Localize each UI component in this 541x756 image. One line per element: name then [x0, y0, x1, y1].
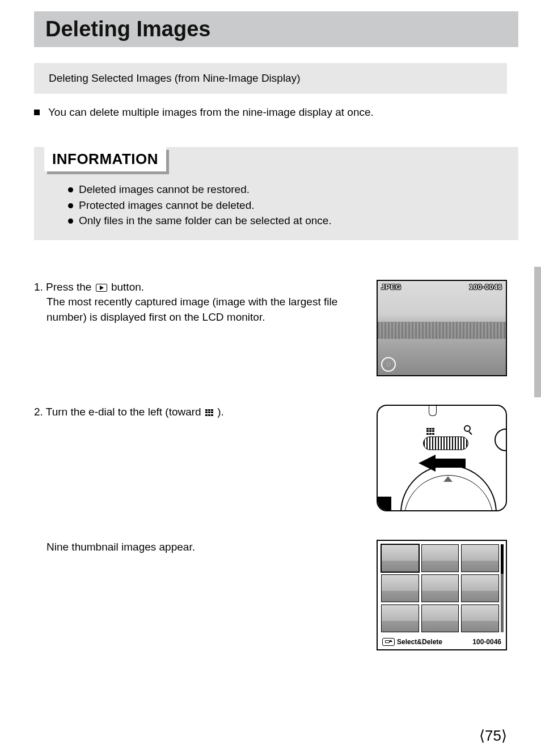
- bullet-icon: [68, 219, 73, 224]
- page-title: Deleting Images: [45, 17, 518, 41]
- thumbnail-cell: [461, 604, 499, 632]
- intro-text: You can delete multiple images from the …: [48, 106, 374, 118]
- thumbnail-cell: [381, 604, 419, 632]
- information-heading-wrap: INFORMATION: [44, 147, 166, 171]
- bullet-icon: [68, 187, 73, 192]
- intro-paragraph: You can delete multiple images from the …: [34, 106, 507, 119]
- e-dial-diagram: [377, 405, 507, 511]
- thumbnail-grid-icon: [426, 428, 434, 435]
- lcd-file-number: 100-0046: [469, 283, 502, 291]
- nine-file-number: 100-0046: [472, 638, 501, 646]
- thumbnail-cell: [421, 604, 459, 632]
- bracket-right-icon: ⟩: [501, 728, 507, 744]
- step-2b-detail: Nine thumbnail images appear.: [47, 540, 365, 555]
- diagram-thumbnail-icon: [425, 426, 436, 436]
- thumbnail-cell: [421, 574, 459, 602]
- select-delete-label: Select&Delete: [382, 638, 442, 646]
- magnifier-icon: [464, 425, 471, 432]
- information-block: INFORMATION Deleted images cannot be res…: [34, 147, 518, 240]
- e-dial-wheel: [423, 436, 468, 450]
- info-item: Deleted images cannot be restored.: [68, 182, 518, 198]
- info-item: Protected images cannot be deleted.: [68, 198, 518, 213]
- lcd-preview: JPEG 100-0046 ◎: [377, 280, 507, 376]
- information-heading: INFORMATION: [44, 147, 166, 171]
- square-bullet-icon: [34, 110, 40, 115]
- bullet-icon: [68, 203, 73, 208]
- step-2-text: 2. Turn the e-dial to the left (toward )…: [34, 405, 377, 420]
- trash-button-icon: [382, 638, 395, 646]
- lcd-overlay: JPEG 100-0046: [381, 283, 502, 291]
- steps-area: 1. Press the button. The most recently c…: [34, 280, 507, 650]
- thumbnail-cell-selected: [381, 544, 419, 572]
- step-2-figure: [377, 405, 507, 511]
- step-2: 2. Turn the e-dial to the left (toward )…: [34, 405, 507, 511]
- diagram-top-notch: [429, 405, 437, 416]
- thumbnail-cell: [461, 544, 499, 572]
- page-side-tab: [534, 267, 541, 397]
- diagram-corner: [377, 497, 391, 511]
- thumbnail-cell: [381, 574, 419, 602]
- step-2b-text: Nine thumbnail images appear.: [34, 540, 377, 555]
- thumbnail-scrollbar: [501, 544, 504, 632]
- page-number: ⟨75⟩: [479, 727, 507, 745]
- info-item: Only files in the same folder can be sel…: [68, 213, 518, 229]
- nine-image-display: Select&Delete 100-0046: [377, 540, 507, 650]
- triangle-marker-icon: [443, 476, 453, 482]
- step-1-text: 1. Press the button. The most recently c…: [34, 280, 377, 325]
- information-list: Deleted images cannot be restored. Prote…: [68, 182, 518, 229]
- page-title-bar: Deleting Images: [34, 11, 518, 47]
- manual-page: Deleting Images Deleting Selected Images…: [0, 11, 541, 756]
- bracket-left-icon: ⟨: [479, 728, 485, 744]
- thumbnail-grid: [381, 544, 499, 632]
- step-1-figure: JPEG 100-0046 ◎: [377, 280, 507, 376]
- step-2b-figure: Select&Delete 100-0046: [377, 540, 507, 650]
- step-1-detail: The most recently captured image (image …: [47, 295, 365, 325]
- nine-image-footer: Select&Delete 100-0046: [382, 638, 501, 646]
- round-button-outline: [494, 429, 507, 451]
- thumbnail-cell: [421, 544, 459, 572]
- eye-icon: ◎: [381, 357, 396, 372]
- thumbnail-cell: [461, 574, 499, 602]
- lcd-format-label: JPEG: [381, 283, 401, 291]
- step-1: 1. Press the button. The most recently c…: [34, 280, 507, 376]
- playback-button-icon: [96, 284, 107, 292]
- thumbnail-grid-icon: [205, 409, 213, 416]
- photo-scene: [378, 322, 506, 339]
- section-subtitle: Deleting Selected Images (from Nine-Imag…: [34, 63, 507, 94]
- step-2b: Nine thumbnail images appear.: [34, 540, 507, 650]
